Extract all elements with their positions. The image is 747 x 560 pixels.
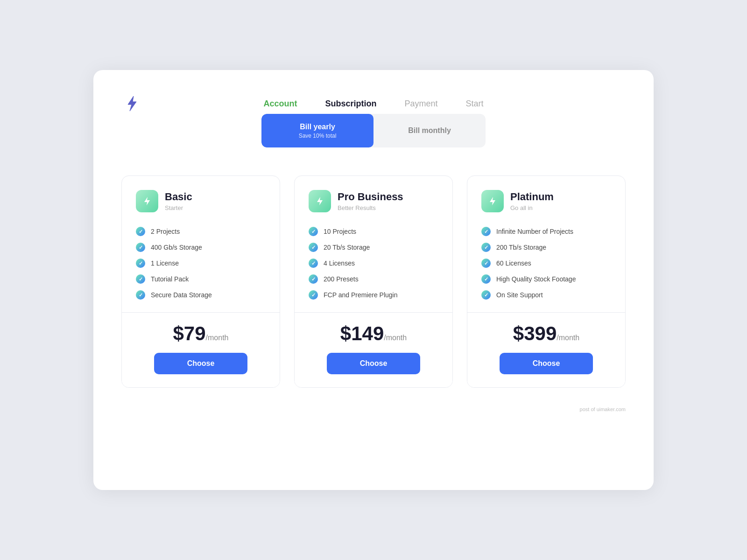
list-item: 10 Projects bbox=[309, 224, 438, 239]
plan-platinum-features: Infinite Number of Projects 200 Tb/s Sto… bbox=[481, 224, 611, 303]
list-item: 200 Tb/s Storage bbox=[481, 239, 611, 255]
logo bbox=[121, 93, 142, 114]
plan-basic-choose-button[interactable]: Choose bbox=[154, 353, 247, 374]
nav-subscription[interactable]: Subscription bbox=[325, 99, 376, 109]
plan-pro-subtitle: Better Results bbox=[338, 204, 403, 211]
footer-credit: post of uimaker.com bbox=[121, 406, 626, 412]
list-item: High Quality Stock Footage bbox=[481, 271, 611, 287]
plan-platinum: Platinum Go all in Infinite Number of Pr… bbox=[467, 175, 626, 388]
check-icon bbox=[136, 227, 145, 236]
billing-toggle: Bill yearly Save 10% total Bill monthly bbox=[121, 114, 626, 147]
list-item: 1 License bbox=[136, 255, 266, 271]
main-nav: Account Subscription Payment Start bbox=[263, 99, 483, 109]
plan-pro-title: Pro Business bbox=[338, 191, 403, 203]
check-icon bbox=[136, 243, 145, 252]
plan-pro: Pro Business Better Results 10 Projects … bbox=[294, 175, 453, 388]
list-item: 200 Presets bbox=[309, 271, 438, 287]
check-icon bbox=[481, 227, 491, 236]
check-icon bbox=[309, 259, 318, 268]
plan-basic-title: Basic bbox=[165, 191, 192, 203]
list-item: 2 Projects bbox=[136, 224, 266, 239]
plan-platinum-subtitle: Go all in bbox=[510, 204, 554, 211]
plan-platinum-price: $399/month bbox=[513, 324, 579, 343]
plan-platinum-title: Platinum bbox=[510, 191, 554, 203]
check-icon bbox=[481, 274, 491, 284]
plan-pro-features: 10 Projects 20 Tb/s Storage 4 Licenses 2… bbox=[309, 224, 438, 303]
plan-pro-price: $149/month bbox=[340, 324, 407, 343]
check-icon bbox=[481, 243, 491, 252]
pricing-grid: Basic Starter 2 Projects 400 Gb/s Storag… bbox=[121, 175, 626, 388]
list-item: FCP and Premiere Plugin bbox=[309, 287, 438, 303]
list-item: Tutorial Pack bbox=[136, 271, 266, 287]
plan-pro-icon bbox=[309, 190, 331, 212]
check-icon bbox=[136, 290, 145, 300]
plan-basic-price: $79/month bbox=[173, 324, 229, 343]
plan-basic: Basic Starter 2 Projects 400 Gb/s Storag… bbox=[121, 175, 280, 388]
check-icon bbox=[481, 290, 491, 300]
list-item: Secure Data Storage bbox=[136, 287, 266, 303]
list-item: 4 Licenses bbox=[309, 255, 438, 271]
check-icon bbox=[309, 227, 318, 236]
list-item: 20 Tb/s Storage bbox=[309, 239, 438, 255]
check-icon bbox=[309, 290, 318, 300]
plan-basic-features: 2 Projects 400 Gb/s Storage 1 License Tu… bbox=[136, 224, 266, 303]
check-icon bbox=[136, 274, 145, 284]
bill-yearly-button[interactable]: Bill yearly Save 10% total bbox=[261, 114, 374, 147]
nav-start[interactable]: Start bbox=[466, 99, 484, 109]
nav-account[interactable]: Account bbox=[263, 99, 297, 109]
plan-platinum-choose-button[interactable]: Choose bbox=[500, 353, 593, 374]
list-item: Infinite Number of Projects bbox=[481, 224, 611, 239]
check-icon bbox=[481, 259, 491, 268]
nav-payment[interactable]: Payment bbox=[404, 99, 437, 109]
plan-basic-subtitle: Starter bbox=[165, 204, 192, 211]
check-icon bbox=[309, 274, 318, 284]
plan-platinum-icon bbox=[481, 190, 504, 212]
check-icon bbox=[309, 243, 318, 252]
plan-basic-icon bbox=[136, 190, 158, 212]
plan-pro-choose-button[interactable]: Choose bbox=[327, 353, 420, 374]
bill-monthly-button[interactable]: Bill monthly bbox=[374, 114, 486, 147]
check-icon bbox=[136, 259, 145, 268]
list-item: 400 Gb/s Storage bbox=[136, 239, 266, 255]
list-item: 60 Licenses bbox=[481, 255, 611, 271]
list-item: On Site Support bbox=[481, 287, 611, 303]
